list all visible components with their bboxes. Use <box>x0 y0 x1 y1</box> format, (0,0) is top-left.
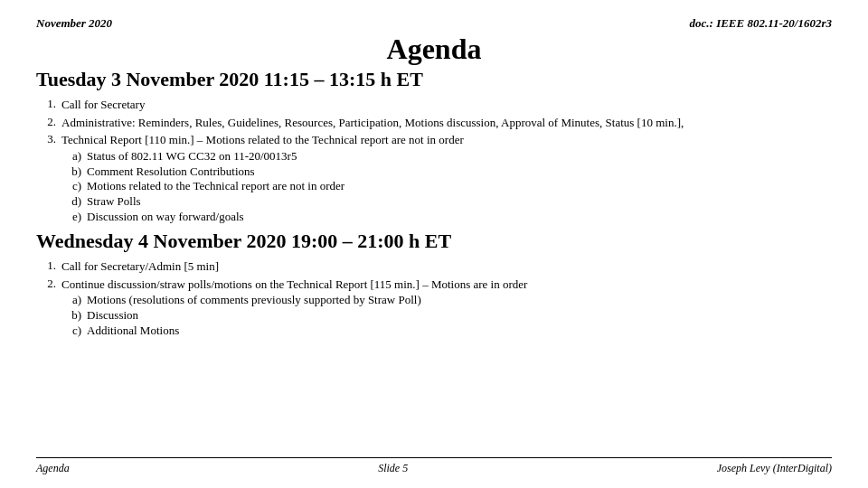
tuesday-text-3: Technical Report [110 min.] – Motions re… <box>61 132 832 226</box>
tuesday-item-3: 3. Technical Report [110 min.] – Motions… <box>36 132 832 226</box>
tuesday-sub-b: b) Comment Resolution Contributions <box>61 164 832 180</box>
wednesday-item-2: 2. Continue discussion/straw polls/motio… <box>36 277 832 340</box>
tuesday-sublist: a) Status of 802.11 WG CC32 on 11-20/001… <box>61 149 832 225</box>
tuesday-num-3: 3. <box>36 132 61 146</box>
wednesday-section: Wednesday 4 November 2020 19:00 – 21:00 … <box>36 230 832 340</box>
slide-title: Agenda <box>36 33 832 66</box>
tuesday-item-1: 1. Call for Secretary <box>36 97 832 113</box>
wednesday-text-1: Call for Secretary/Admin [5 min] <box>61 258 832 275</box>
wednesday-num-2: 2. <box>36 277 61 291</box>
tuesday-num-2: 2. <box>36 115 61 129</box>
wednesday-item-1: 1. Call for Secretary/Admin [5 min] <box>36 258 832 275</box>
slide: November 2020 doc.: IEEE 802.11-20/1602r… <box>0 0 868 488</box>
header-right: doc.: IEEE 802.11-20/1602r3 <box>690 16 832 31</box>
footer-center: Slide 5 <box>378 462 408 475</box>
tuesday-text-2: Administrative: Reminders, Rules, Guidel… <box>61 115 832 131</box>
wednesday-sublist: a) Motions (resolutions of comments prev… <box>61 293 832 339</box>
tuesday-section: Tuesday 3 November 2020 11:15 – 13:15 h … <box>36 68 832 226</box>
tuesday-list: 1. Call for Secretary 2. Administrative:… <box>36 97 832 226</box>
header-left: November 2020 <box>36 16 112 31</box>
wednesday-text-2: Continue discussion/straw polls/motions … <box>61 277 832 340</box>
tuesday-heading: Tuesday 3 November 2020 11:15 – 13:15 h … <box>36 68 832 91</box>
wednesday-sub-c: c) Additional Motions <box>61 324 832 339</box>
footer-left: Agenda <box>36 462 70 475</box>
footer-right: Joseph Levy (InterDigital) <box>717 462 832 475</box>
tuesday-item-2: 2. Administrative: Reminders, Rules, Gui… <box>36 115 832 131</box>
header-bar: November 2020 doc.: IEEE 802.11-20/1602r… <box>36 16 832 31</box>
tuesday-sub-a: a) Status of 802.11 WG CC32 on 11-20/001… <box>61 149 832 164</box>
wednesday-heading: Wednesday 4 November 2020 19:00 – 21:00 … <box>36 230 832 253</box>
tuesday-sub-d: d) Straw Polls <box>61 194 832 210</box>
wednesday-sub-b: b) Discussion <box>61 308 832 324</box>
footer-bar: Agenda Slide 5 Joseph Levy (InterDigital… <box>36 457 832 475</box>
wednesday-list: 1. Call for Secretary/Admin [5 min] 2. C… <box>36 258 832 340</box>
tuesday-text-1: Call for Secretary <box>61 97 832 113</box>
tuesday-sub-e: e) Discussion on way forward/goals <box>61 210 832 225</box>
wednesday-num-1: 1. <box>36 258 61 273</box>
tuesday-num-1: 1. <box>36 97 61 111</box>
wednesday-sub-a: a) Motions (resolutions of comments prev… <box>61 293 832 308</box>
tuesday-sub-c: c) Motions related to the Technical repo… <box>61 179 832 194</box>
